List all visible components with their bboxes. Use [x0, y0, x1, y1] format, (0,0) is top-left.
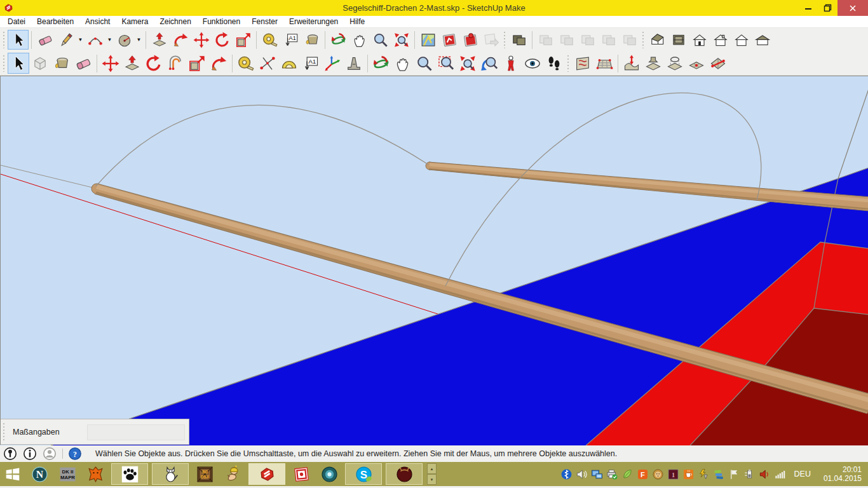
drape-button[interactable]: [664, 53, 686, 74]
menu-zeichnen[interactable]: Zeichnen: [154, 16, 196, 28]
measurements-input[interactable]: [87, 424, 185, 440]
dimension-button[interactable]: [257, 53, 278, 74]
credits-status-icon[interactable]: [43, 447, 57, 461]
view-top-button[interactable]: [668, 30, 689, 50]
rotate-button[interactable]: [143, 53, 165, 74]
toolbar-grip[interactable]: [503, 32, 506, 48]
tray-volume-icon[interactable]: [576, 468, 588, 480]
zoom-extents-button[interactable]: [457, 53, 478, 74]
zoom-extents-button[interactable]: [391, 30, 412, 50]
zoom-button[interactable]: [370, 30, 391, 50]
stamp-button[interactable]: [642, 53, 664, 74]
style-shaded-textures-button[interactable]: [508, 30, 529, 50]
tray-flag-tool-icon[interactable]: [728, 468, 740, 480]
taskbar-app-cat-app[interactable]: [152, 463, 189, 485]
taskbar-app-paw-app[interactable]: [111, 463, 148, 485]
orbit-button[interactable]: [328, 30, 349, 50]
smoove-button[interactable]: [621, 53, 642, 74]
tray-f-secure-icon[interactable]: F: [637, 468, 649, 480]
pan-button[interactable]: [392, 53, 414, 74]
zoom-window-button[interactable]: [435, 53, 457, 74]
tray-one-tool-icon[interactable]: 1: [667, 468, 679, 480]
taskbar-app-fox-app[interactable]: [83, 463, 107, 485]
style-wireframe-button[interactable]: [535, 30, 556, 50]
model-viewport[interactable]: Maßangaben: [0, 76, 868, 445]
model-scene[interactable]: [1, 76, 868, 445]
sandbox-from-contours-button[interactable]: [572, 53, 593, 74]
menu-bearbeiten[interactable]: Bearbeiten: [31, 16, 79, 28]
tape-measure-button[interactable]: [259, 30, 280, 50]
rotate-button[interactable]: [212, 30, 233, 50]
view-front-button[interactable]: [689, 30, 710, 50]
walk-button[interactable]: [543, 53, 565, 74]
taskbar-app-skype[interactable]: S: [345, 463, 382, 485]
circle-button[interactable]: [114, 30, 135, 50]
tray-printer-icon[interactable]: [606, 468, 618, 480]
push-pull-button[interactable]: [149, 30, 170, 50]
pan-button[interactable]: [349, 30, 370, 50]
share-model-button[interactable]: [459, 30, 480, 50]
model-info-status-icon[interactable]: [23, 447, 37, 461]
scale-button[interactable]: [233, 30, 254, 50]
tray-display-connect-icon[interactable]: [591, 468, 603, 480]
tray-power-icon[interactable]: [743, 468, 756, 480]
eraser-button[interactable]: [72, 53, 94, 74]
select-button[interactable]: [8, 53, 29, 74]
line-button[interactable]: [55, 30, 76, 50]
menu-hilfe[interactable]: Hilfe: [344, 16, 370, 28]
view-back-button[interactable]: [731, 30, 752, 50]
tray-bluestacks-icon[interactable]: [713, 468, 725, 480]
offset-button[interactable]: [165, 53, 186, 74]
taskbar-app-red-orb-app[interactable]: [386, 463, 423, 485]
select-button[interactable]: [8, 30, 29, 50]
taskbar-app-dk2-mapper[interactable]: DK IIMAPR: [55, 463, 79, 485]
follow-me-button[interactable]: [208, 53, 229, 74]
menu-datei[interactable]: Datei: [2, 16, 31, 28]
view-left-button[interactable]: [752, 30, 773, 50]
tray-network-signal-icon[interactable]: [774, 468, 786, 480]
zoom-button[interactable]: [414, 53, 435, 74]
line-dropdown[interactable]: ▼: [76, 30, 85, 50]
toolbar-grip[interactable]: [642, 32, 645, 48]
follow-me-button[interactable]: [170, 30, 191, 50]
move-button[interactable]: [191, 30, 212, 50]
menu-fenster[interactable]: Fenster: [246, 16, 283, 28]
taskbar-app-netscape[interactable]: N: [27, 463, 51, 485]
taskbar-app-orb-app[interactable]: [317, 463, 341, 485]
style-textured-button[interactable]: [598, 30, 619, 50]
style-monochrome-button[interactable]: [619, 30, 640, 50]
toolbar-grip[interactable]: [3, 32, 6, 48]
tray-leaf-tool-icon[interactable]: [621, 468, 634, 480]
taskbar-app-sketchup[interactable]: [248, 463, 285, 485]
paint-bucket-button[interactable]: [301, 30, 322, 50]
tape-measure-button[interactable]: [235, 53, 257, 74]
axes-button[interactable]: [322, 53, 343, 74]
menu-erweiterungen[interactable]: Erweiterungen: [283, 16, 344, 28]
menu-funktionen[interactable]: Funktionen: [197, 16, 246, 28]
start-button[interactable]: [0, 462, 25, 486]
style-hidden-line-button[interactable]: [556, 30, 577, 50]
view-right-button[interactable]: [710, 30, 731, 50]
taskbar-app-layout[interactable]: [289, 463, 313, 485]
menu-kamera[interactable]: Kamera: [116, 16, 154, 28]
protractor-button[interactable]: [278, 53, 300, 74]
measurements-grip[interactable]: [3, 423, 6, 441]
help-status-icon[interactable]: ?: [68, 447, 82, 461]
view-iso-button[interactable]: [647, 30, 668, 50]
get-models-button[interactable]: [438, 30, 459, 50]
two-point-arc-dropdown[interactable]: ▼: [105, 30, 114, 50]
taskbar-scroll-down[interactable]: ▼: [427, 474, 437, 485]
taskbar-scroll-up[interactable]: ▲: [427, 463, 437, 474]
scale-button[interactable]: [186, 53, 208, 74]
paint-bucket-button[interactable]: [51, 53, 72, 74]
taskbar-app-cherub-app[interactable]: [220, 463, 245, 485]
send-to-layout-button[interactable]: [480, 30, 501, 50]
tray-lion-tool-icon[interactable]: [652, 468, 664, 480]
toolbar-grip[interactable]: [3, 55, 6, 72]
orbit-button[interactable]: [370, 53, 392, 74]
circle-dropdown[interactable]: ▼: [135, 30, 143, 50]
tray-winamp-icon[interactable]: [698, 468, 710, 480]
toolbar-grip[interactable]: [567, 55, 570, 72]
clock[interactable]: 20:01 01.04.2015: [817, 465, 862, 483]
text-button[interactable]: A1: [280, 30, 301, 50]
